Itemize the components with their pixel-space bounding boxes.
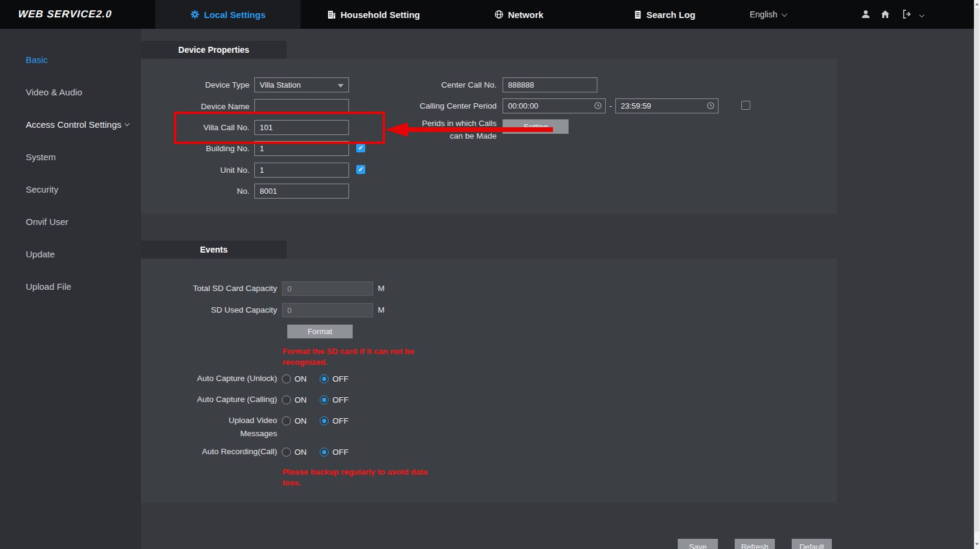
events-panel: Total SD Card Capacity M SD Used Capacit…	[141, 259, 837, 503]
sidebar-item-label: Access Control Settings	[26, 119, 121, 130]
period-end-input[interactable]	[615, 98, 719, 113]
center-call-no-label: Center Call No.	[345, 77, 497, 92]
clock-icon[interactable]	[594, 101, 602, 110]
radio-off[interactable]	[320, 374, 329, 383]
sd-used-capacity-input	[282, 303, 373, 317]
sd-used-unit: M	[378, 303, 384, 317]
radio-on-label: ON	[294, 395, 306, 404]
backup-warning-text: Please backup regularly to avoid data lo…	[282, 467, 429, 488]
logout-menu-chevron-icon[interactable]	[919, 13, 924, 17]
sidebar-item-update[interactable]: Update	[0, 238, 141, 270]
period-separator: -	[609, 98, 612, 113]
language-selector[interactable]: English	[750, 0, 798, 29]
auto-capture-unlock-radios: ON OFF	[282, 373, 348, 385]
radio-off[interactable]	[320, 395, 329, 404]
unit-no-checkbox[interactable]	[356, 165, 365, 174]
period-start-field	[503, 98, 606, 113]
period-start-input[interactable]	[503, 98, 606, 113]
sidebar-item-onvif-user[interactable]: Onvif User	[0, 205, 141, 238]
upload-video-label-line2: Messages	[141, 427, 277, 440]
auto-recording-call-label: Auto Recording(Call)	[141, 446, 277, 458]
no-input[interactable]	[254, 184, 349, 199]
device-type-select[interactable]: Villa Station	[254, 77, 349, 92]
sidebar-item-label: Video & Audio	[26, 87, 82, 97]
tab-label: Search Log	[647, 10, 696, 20]
sidebar-item-label: System	[26, 152, 56, 162]
building-no-checkbox[interactable]	[356, 143, 365, 152]
tab-local-settings[interactable]: Local Settings	[155, 0, 300, 29]
sidebar-item-upload-file[interactable]: Upload File	[0, 270, 141, 302]
building-icon	[327, 10, 336, 19]
upload-video-messages-radios: ON OFF	[282, 415, 348, 427]
radio-on[interactable]	[282, 448, 291, 457]
radio-on[interactable]	[282, 416, 291, 425]
radio-on[interactable]	[282, 395, 291, 404]
user-icon[interactable]	[861, 9, 871, 19]
radio-off-label: OFF	[332, 374, 348, 383]
radio-on-label: ON	[294, 374, 306, 383]
total-sd-capacity-input	[282, 281, 373, 296]
total-sd-unit: M	[378, 281, 384, 296]
upload-video-label-line1: Upload Video	[141, 414, 277, 427]
device-properties-panel-title: Device Properties	[141, 41, 287, 59]
radio-off-label: OFF	[332, 395, 348, 404]
events-panel-title: Events	[141, 241, 287, 259]
sidebar-item-video-audio[interactable]: Video & Audio	[0, 76, 141, 108]
chevron-down-icon	[125, 121, 130, 125]
globe-icon	[494, 10, 504, 19]
unit-no-label: Unit No.	[141, 163, 249, 178]
logout-icon[interactable]	[901, 9, 912, 19]
app-logo: WEB SERVICE2.0	[17, 0, 113, 29]
tab-household-setting[interactable]: Household Setting	[303, 0, 444, 29]
highlight-rectangle	[174, 112, 385, 144]
top-navigation-bar: WEB SERVICE2.0 Local Settings Household …	[0, 0, 980, 29]
no-label: No.	[141, 184, 249, 199]
device-type-label: Device Type	[141, 77, 249, 92]
save-button[interactable]: Save	[678, 539, 718, 549]
calling-period-checkbox[interactable]	[741, 101, 750, 110]
tab-search-log[interactable]: Search Log	[618, 0, 711, 29]
home-icon[interactable]	[880, 9, 891, 19]
radio-off-label: OFF	[332, 448, 348, 457]
upload-video-messages-label: Upload Video Messages	[141, 414, 277, 440]
annotation-arrow-tail	[407, 127, 553, 132]
sidebar-item-access-control[interactable]: Access Control Settings	[0, 108, 141, 140]
radio-off[interactable]	[320, 448, 329, 457]
auto-capture-unlock-label: Auto Capture (Unlock)	[141, 373, 277, 385]
auto-capture-calling-radios: ON OFF	[282, 394, 348, 406]
sidebar-item-label: Update	[26, 249, 55, 259]
default-button[interactable]: Default	[792, 539, 832, 549]
radio-on-label: ON	[294, 448, 306, 457]
sidebar: Basic Video & Audio Access Control Setti…	[0, 29, 141, 549]
radio-on[interactable]	[282, 374, 291, 383]
scrollbar-down-arrow-icon[interactable]	[975, 543, 979, 545]
radio-on-label: ON	[294, 416, 306, 425]
refresh-button[interactable]: Refresh	[735, 539, 775, 549]
format-warning-text: Format the SD card if it can not be reco…	[282, 346, 429, 368]
log-icon	[633, 10, 642, 19]
chevron-down-icon	[781, 11, 787, 17]
clock-icon[interactable]	[707, 101, 715, 110]
annotation-arrow-head	[385, 122, 408, 137]
chevron-down-icon	[338, 84, 344, 88]
scrollbar-up-arrow-icon[interactable]	[975, 3, 979, 5]
format-button[interactable]: Format	[287, 325, 353, 338]
radio-off[interactable]	[320, 416, 329, 425]
sidebar-item-basic[interactable]: Basic	[0, 43, 141, 76]
radio-off-label: OFF	[332, 416, 348, 425]
tab-label: Local Settings	[204, 10, 266, 20]
tab-network[interactable]: Network	[477, 0, 561, 29]
sidebar-item-security[interactable]: Security	[0, 173, 141, 205]
sidebar-item-label: Onvif User	[26, 217, 68, 227]
sidebar-item-label: Upload File	[26, 281, 71, 292]
scrollbar-thumb[interactable]	[975, 8, 979, 532]
unit-no-input[interactable]	[254, 163, 349, 178]
device-type-value: Villa Station	[260, 80, 300, 89]
gear-icon	[190, 10, 200, 19]
auto-recording-call-radios: ON OFF	[282, 446, 348, 458]
sidebar-item-system[interactable]: System	[0, 140, 141, 173]
tab-label: Household Setting	[341, 10, 420, 20]
period-end-field	[615, 98, 719, 113]
sd-used-capacity-label: SD Used Capacity	[141, 303, 277, 317]
center-call-no-input[interactable]	[503, 77, 597, 92]
